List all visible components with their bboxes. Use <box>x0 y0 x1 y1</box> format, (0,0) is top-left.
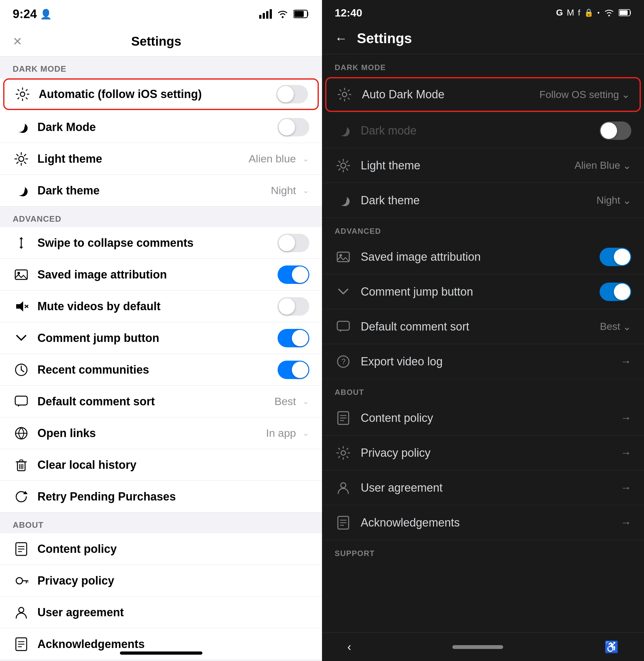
android-comment-jump-toggle[interactable] <box>600 283 631 301</box>
android-user-agreement-item[interactable]: User agreement → <box>322 470 644 505</box>
android-back-button[interactable]: ← <box>335 31 347 46</box>
android-user-agreement-label: User agreement <box>361 481 621 494</box>
svg-rect-6 <box>294 11 304 17</box>
android-auto-dark-mode-item[interactable]: Auto Dark Mode Follow OS setting ⌄ <box>325 77 641 112</box>
ios-mute-videos-toggle[interactable] <box>278 297 309 315</box>
svg-point-63 <box>340 254 342 257</box>
svg-rect-64 <box>337 321 349 330</box>
ios-clear-history-item[interactable]: Clear local history <box>0 449 322 481</box>
ios-open-links-chevron: ⌄ <box>302 428 309 438</box>
svg-marker-20 <box>16 301 23 311</box>
ios-auto-dark-label: Automatic (follow iOS setting) <box>39 88 276 101</box>
ios-comment-jump-item[interactable]: Comment jump button <box>0 322 322 354</box>
android-about-header: ABOUT <box>322 379 644 401</box>
android-comment-sort-value-text: Best <box>600 321 620 332</box>
ios-dark-mode-item[interactable]: Dark Mode <box>0 111 322 143</box>
ios-comment-jump-toggle[interactable] <box>278 329 309 347</box>
ios-dark-mode-list: Automatic (follow iOS setting) Dark Mode <box>0 78 322 207</box>
android-default-comment-sort-item[interactable]: Default comment sort Best ⌄ <box>322 309 644 344</box>
lock-icon: 🔒 <box>584 8 594 17</box>
ios-swipe-collapse-item[interactable]: Swipe to collapse comments <box>0 227 322 259</box>
ios-swipe-collapse-label: Swipe to collapse comments <box>38 236 278 250</box>
android-top-nav: ← Settings <box>322 25 644 54</box>
android-saved-image-label: Saved image attribution <box>361 250 600 264</box>
ios-recent-communities-toggle[interactable] <box>278 361 309 379</box>
android-dark-mode-item[interactable]: Dark mode <box>322 113 644 148</box>
arrows-icon <box>13 234 30 252</box>
android-privacy-policy-item[interactable]: Privacy policy → <box>322 435 644 470</box>
android-time: 12:40 <box>335 7 362 19</box>
android-acknowledgements-item[interactable]: Acknowledgements → <box>322 505 644 540</box>
android-battery-icon <box>619 9 631 17</box>
ios-saved-image-label: Saved image attribution <box>38 268 278 281</box>
android-status-bar: 12:40 G M f 🔒 • <box>322 0 644 25</box>
svg-point-52 <box>342 92 347 97</box>
battery-icon <box>294 9 309 18</box>
ios-saved-image-item[interactable]: Saved image attribution <box>0 259 322 290</box>
android-dark-mode-list: Auto Dark Mode Follow OS setting ⌄ Dark … <box>322 77 644 218</box>
ios-retry-purchases-item[interactable]: Retry Pending Purchases <box>0 481 322 513</box>
ios-dark-mode-header: DARK MODE <box>0 56 322 77</box>
android-gear-icon <box>336 86 353 103</box>
ios-content-policy-item[interactable]: Content policy <box>0 533 322 565</box>
ios-acknowledgements-item[interactable]: Acknowledgements <box>0 628 322 660</box>
ios-mute-videos-item[interactable]: Mute videos by default <box>0 290 322 322</box>
chevron-down-icon <box>13 330 30 347</box>
mute-icon <box>13 298 30 315</box>
svg-rect-51 <box>620 10 628 15</box>
ios-comment-sort-chevron: ⌄ <box>302 397 309 406</box>
ios-recent-communities-item[interactable]: Recent communities <box>0 354 322 386</box>
ios-default-comment-sort-label: Default comment sort <box>38 395 274 408</box>
svg-line-60 <box>346 161 348 162</box>
ios-dark-theme-value: Night <box>271 184 296 197</box>
svg-point-49 <box>608 15 610 17</box>
android-moon-icon <box>335 122 352 139</box>
wifi-icon <box>276 9 289 19</box>
android-dark-mode-toggle[interactable] <box>600 121 631 140</box>
android-acknowledgements-label: Acknowledgements <box>361 516 621 529</box>
ios-dark-theme-item[interactable]: Dark theme Night ⌄ <box>0 175 322 207</box>
android-image-icon <box>335 249 352 265</box>
ios-light-theme-item[interactable]: Light theme Alien blue ⌄ <box>0 143 322 175</box>
ios-privacy-policy-item[interactable]: Privacy policy <box>0 565 322 597</box>
ios-dark-mode-toggle[interactable] <box>278 118 309 136</box>
android-home-pill[interactable] <box>452 645 503 649</box>
ios-comment-jump-label: Comment jump button <box>38 331 278 345</box>
android-doc-icon <box>335 409 352 427</box>
android-export-video-log-item[interactable]: ? Export video log → <box>322 344 644 379</box>
ios-swipe-collapse-toggle[interactable] <box>278 234 309 252</box>
ios-dark-mode-section: DARK MODE Automatic (follow iOS setting)… <box>0 56 322 207</box>
svg-rect-26 <box>15 396 27 405</box>
ios-default-comment-sort-item[interactable]: Default comment sort Best ⌄ <box>0 386 322 418</box>
android-light-theme-item[interactable]: Light theme Alien Blue ⌄ <box>322 148 644 183</box>
android-content-policy-item[interactable]: Content policy → <box>322 401 644 435</box>
android-user-agreement-arrow: → <box>621 481 631 494</box>
android-wifi-icon <box>603 8 615 17</box>
ios-user-agreement-item[interactable]: User agreement <box>0 597 322 628</box>
ios-mute-videos-label: Mute videos by default <box>38 300 278 313</box>
android-accessibility-button[interactable]: ♿ <box>604 640 619 654</box>
gmail-icon: M <box>567 8 574 18</box>
ios-open-links-item[interactable]: Open links In app ⌄ <box>0 418 322 449</box>
svg-text:?: ? <box>341 357 345 366</box>
ios-clear-history-label: Clear local history <box>38 458 309 472</box>
ios-auto-dark-toggle[interactable] <box>276 85 308 103</box>
svg-line-58 <box>339 161 340 162</box>
gear-icon <box>14 86 31 103</box>
svg-line-61 <box>339 168 340 170</box>
ios-saved-image-toggle[interactable] <box>278 265 309 284</box>
android-saved-image-item[interactable]: Saved image attribution <box>322 239 644 274</box>
android-dark-theme-value: Night ⌄ <box>596 194 631 207</box>
ios-acknowledgements-label: Acknowledgements <box>38 638 309 651</box>
android-nav-back-button[interactable]: ‹ <box>347 640 351 654</box>
svg-line-59 <box>346 168 348 170</box>
ios-close-button[interactable]: ✕ <box>13 35 22 48</box>
android-comment-jump-item[interactable]: Comment jump button <box>322 274 644 309</box>
android-dark-theme-item[interactable]: Dark theme Night ⌄ <box>322 183 644 218</box>
doc-icon <box>13 541 30 558</box>
ios-auto-dark-mode-item[interactable]: Automatic (follow iOS setting) <box>3 78 319 110</box>
ios-about-section: ABOUT Content policy Privacy policy User… <box>0 513 322 660</box>
svg-rect-1 <box>263 13 265 19</box>
android-saved-image-toggle[interactable] <box>600 248 631 266</box>
ios-top-nav: ✕ Settings <box>0 28 322 56</box>
